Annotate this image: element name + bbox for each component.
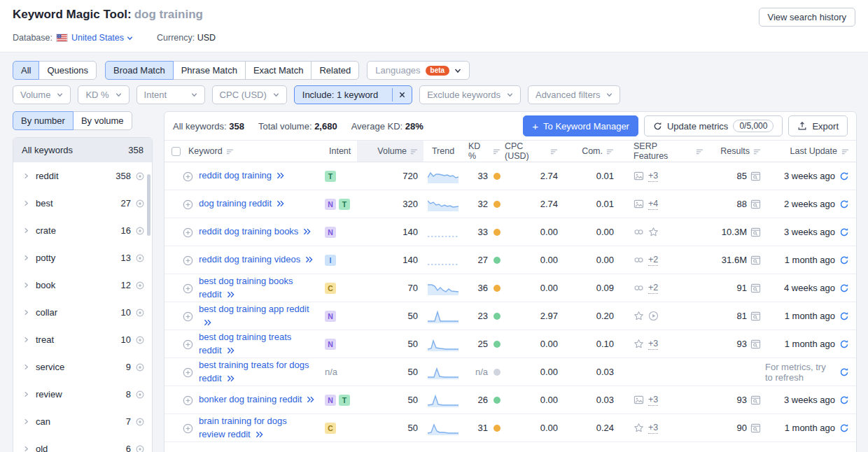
tab-broad-match[interactable]: Broad Match <box>105 61 174 80</box>
col-competition[interactable]: Com. <box>565 141 618 162</box>
refresh-icon[interactable] <box>839 339 849 349</box>
open-keyword-icon[interactable] <box>303 228 311 235</box>
tab-phrase-match[interactable]: Phrase Match <box>173 61 246 80</box>
keyword-link[interactable]: best dog training books reddit <box>199 276 293 299</box>
open-keyword-icon[interactable] <box>227 291 234 298</box>
serp-preview-icon[interactable] <box>750 339 761 349</box>
col-cpc[interactable]: CPC (USD) <box>505 141 565 162</box>
filter-exclude-keywords[interactable]: Exclude keywords <box>419 85 521 104</box>
eye-icon[interactable] <box>135 362 145 372</box>
col-results[interactable]: Results <box>704 141 765 162</box>
refresh-icon[interactable] <box>839 367 849 377</box>
serp-preview-icon[interactable] <box>750 255 761 265</box>
export-button[interactable]: Export <box>788 115 848 136</box>
add-to-manager-icon[interactable] <box>183 171 193 182</box>
serp-preview-icon[interactable] <box>750 199 761 209</box>
chevron-right-icon[interactable] <box>23 418 29 425</box>
serp-preview-icon[interactable] <box>750 311 761 321</box>
col-serp-features[interactable]: SERP Features <box>618 141 704 162</box>
group-item-best[interactable]: best27 <box>13 190 152 217</box>
keyword-link[interactable]: best dog training treats reddit <box>199 332 291 355</box>
group-item-review[interactable]: review8 <box>13 381 152 408</box>
eye-icon[interactable] <box>135 199 145 209</box>
eye-icon[interactable] <box>135 281 145 290</box>
serp-more-link[interactable]: +3 <box>648 170 658 182</box>
add-to-manager-icon[interactable] <box>183 367 193 378</box>
tab-all[interactable]: All <box>13 61 39 80</box>
serp-preview-icon[interactable] <box>750 227 761 237</box>
open-keyword-icon[interactable] <box>227 375 234 382</box>
group-item-can[interactable]: can7 <box>13 408 152 435</box>
serp-more-link[interactable]: +2 <box>648 282 658 294</box>
chevron-right-icon[interactable] <box>23 446 29 452</box>
keyword-link[interactable]: reddit dog training <box>199 170 272 181</box>
group-item-potty[interactable]: potty13 <box>13 244 152 271</box>
refresh-icon[interactable] <box>839 171 849 181</box>
group-item-collar[interactable]: collar10 <box>13 299 152 326</box>
keyword-link[interactable]: brain training for dogs review reddit <box>199 416 287 439</box>
filter-volume[interactable]: Volume <box>13 85 71 104</box>
add-to-manager-icon[interactable] <box>183 339 193 350</box>
open-keyword-icon[interactable] <box>204 319 211 326</box>
serp-preview-icon[interactable] <box>750 171 761 181</box>
serp-preview-icon[interactable] <box>750 395 761 405</box>
eye-icon[interactable] <box>135 308 145 318</box>
keyword-link[interactable]: bonker dog training reddit <box>199 394 302 404</box>
chevron-right-icon[interactable] <box>23 337 29 343</box>
keyword-link[interactable]: best training treats for dogs reddit <box>199 360 309 383</box>
open-keyword-icon[interactable] <box>276 172 284 179</box>
refresh-icon[interactable] <box>839 423 849 433</box>
add-to-manager-icon[interactable] <box>183 395 193 406</box>
chevron-right-icon[interactable] <box>23 200 29 206</box>
tab-related[interactable]: Related <box>311 61 359 80</box>
keyword-link[interactable]: best dog training app reddit <box>199 304 309 314</box>
filter-cpc[interactable]: CPC (USD) <box>212 85 287 104</box>
col-last-update[interactable]: Last Update <box>765 141 856 162</box>
keyword-link[interactable]: reddit dog training videos <box>199 254 300 264</box>
serp-more-link[interactable]: +4 <box>648 198 658 210</box>
group-item-old[interactable]: old6 <box>13 435 152 452</box>
keyword-link[interactable]: dog training reddit <box>199 198 272 209</box>
chevron-right-icon[interactable] <box>23 227 29 234</box>
filter-kd[interactable]: KD % <box>78 85 129 104</box>
open-keyword-icon[interactable] <box>255 431 263 438</box>
tab-exact-match[interactable]: Exact Match <box>245 61 312 80</box>
eye-icon[interactable] <box>135 253 145 263</box>
update-metrics-button[interactable]: Update metrics 0/5,000 <box>644 115 783 136</box>
add-to-manager-icon[interactable] <box>183 255 193 266</box>
eye-icon[interactable] <box>135 417 145 427</box>
filter-intent[interactable]: Intent <box>136 85 205 104</box>
filter-include-keywords[interactable]: Include: 1 keyword <box>294 85 412 104</box>
serp-more-link[interactable]: +3 <box>648 338 658 350</box>
select-all-checkbox[interactable] <box>172 147 181 156</box>
open-keyword-icon[interactable] <box>305 256 313 263</box>
to-keyword-manager-button[interactable]: + To Keyword Manager <box>523 115 638 136</box>
clear-include-filter-button[interactable] <box>392 88 412 101</box>
serp-preview-icon[interactable] <box>750 283 761 293</box>
chevron-right-icon[interactable] <box>23 173 29 179</box>
sidebar-scrollbar[interactable] <box>147 174 150 236</box>
eye-icon[interactable] <box>135 444 145 452</box>
refresh-icon[interactable] <box>839 199 849 209</box>
view-search-history-button[interactable]: View search history <box>759 8 855 27</box>
eye-icon[interactable] <box>135 226 145 236</box>
chevron-right-icon[interactable] <box>23 309 29 316</box>
group-item-crate[interactable]: crate16 <box>13 217 152 244</box>
eye-icon[interactable] <box>135 390 145 400</box>
group-item-book[interactable]: book12 <box>13 271 152 299</box>
refresh-icon[interactable] <box>839 227 849 237</box>
add-to-manager-icon[interactable] <box>183 311 193 322</box>
sort-by-volume-button[interactable]: By volume <box>73 111 132 130</box>
col-volume[interactable]: Volume <box>357 141 424 162</box>
all-keywords-group[interactable]: All keywords 358 <box>13 138 152 162</box>
group-item-reddit[interactable]: reddit358 <box>13 162 152 190</box>
group-item-treat[interactable]: treat10 <box>13 326 152 353</box>
serp-preview-icon[interactable] <box>750 423 761 433</box>
open-keyword-icon[interactable] <box>227 347 234 354</box>
chevron-right-icon[interactable] <box>23 391 29 397</box>
eye-icon[interactable] <box>135 171 145 181</box>
chevron-right-icon[interactable] <box>23 364 29 370</box>
refresh-icon[interactable] <box>839 255 849 265</box>
col-kd[interactable]: KD % <box>463 141 505 162</box>
eye-icon[interactable] <box>135 335 145 345</box>
